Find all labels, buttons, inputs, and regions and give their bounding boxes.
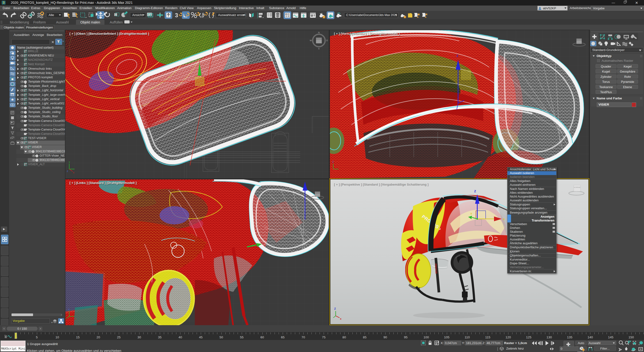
- svg-text:x: x: [73, 171, 74, 174]
- svg-text:S: S: [318, 47, 320, 50]
- svg-text:O: O: [326, 39, 328, 42]
- svg-text:x: x: [75, 318, 76, 320]
- svg-text:x: x: [503, 217, 505, 221]
- svg-text:Z: Z: [456, 54, 458, 58]
- svg-text:x: x: [340, 317, 342, 320]
- svg-text:z: z: [68, 308, 70, 311]
- svg-text:Y: Y: [470, 212, 472, 215]
- svg-text:y: y: [69, 161, 70, 163]
- svg-text:VORNE: VORNE: [574, 186, 580, 188]
- svg-text:N: N: [318, 31, 320, 34]
- svg-text:Z: Z: [332, 161, 334, 163]
- svg-text:3: 3: [175, 12, 178, 18]
- svg-text:Z: Z: [474, 189, 476, 193]
- svg-text:Z: Z: [334, 307, 336, 310]
- svg-text:z: z: [67, 170, 68, 172]
- svg-text:W: W: [310, 39, 312, 42]
